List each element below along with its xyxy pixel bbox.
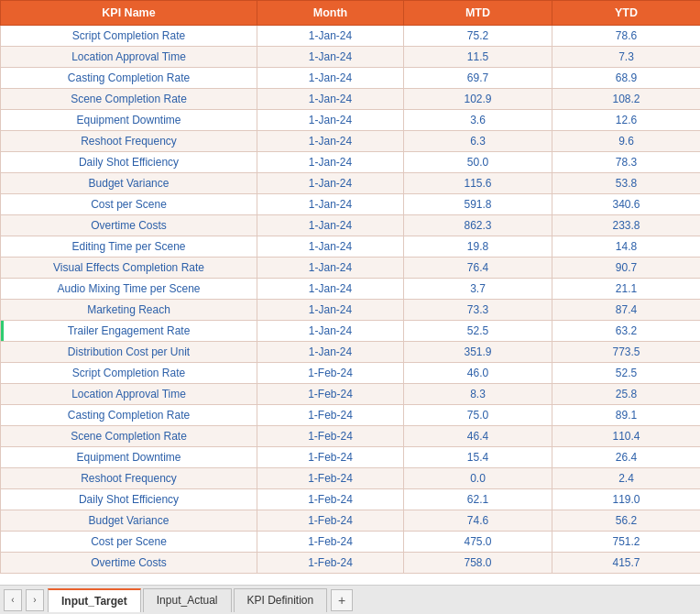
cell-kpi-name: Cost per Scene xyxy=(1,194,257,215)
cell-ytd: 415.7 xyxy=(552,553,701,574)
cell-month: 1-Jan-24 xyxy=(257,258,404,279)
tab-kpi-definition[interactable]: KPI Definition xyxy=(234,588,328,612)
cell-ytd: 89.1 xyxy=(552,405,701,426)
cell-month: 1-Feb-24 xyxy=(257,384,404,405)
tab-nav-next[interactable]: › xyxy=(26,589,44,611)
cell-ytd: 2.4 xyxy=(552,468,701,489)
cell-month: 1-Jan-24 xyxy=(257,68,404,89)
table-row[interactable]: Cost per Scene1-Feb-24475.0751.2 xyxy=(1,532,701,553)
cell-month: 1-Jan-24 xyxy=(257,279,404,300)
table-row[interactable]: Cost per Scene1-Jan-24591.8340.6 xyxy=(1,194,701,215)
cell-ytd: 52.5 xyxy=(552,363,701,384)
table-row[interactable]: Overtime Costs1-Jan-24862.3233.8 xyxy=(1,215,701,236)
cell-kpi-name: Casting Completion Rate xyxy=(1,405,257,426)
cell-ytd: 21.1 xyxy=(552,279,701,300)
table-row[interactable]: Location Approval Time1-Feb-248.325.8 xyxy=(1,384,701,405)
cell-ytd: 56.2 xyxy=(552,510,701,532)
cell-kpi-name: Reshoot Frequency xyxy=(1,468,257,489)
table-row[interactable]: Script Completion Rate1-Jan-2475.278.6 xyxy=(1,26,701,47)
table-row[interactable]: Location Approval Time1-Jan-2411.57.3 xyxy=(1,47,701,68)
cell-month: 1-Jan-24 xyxy=(257,342,404,363)
cell-ytd: 751.2 xyxy=(552,532,701,553)
table-row[interactable]: Casting Completion Rate1-Jan-2469.768.9 xyxy=(1,68,701,89)
cell-mtd: 15.4 xyxy=(404,447,552,468)
table-row[interactable]: Equipment Downtime1-Jan-243.612.6 xyxy=(1,110,701,131)
cell-mtd: 46.0 xyxy=(404,363,552,384)
table-row[interactable]: Trailer Engagement Rate1-Jan-2452.563.2 xyxy=(1,321,701,342)
table-row[interactable]: Marketing Reach1-Jan-2473.387.4 xyxy=(1,300,701,321)
cell-mtd: 862.3 xyxy=(404,215,552,236)
cell-kpi-name: Equipment Downtime xyxy=(1,110,257,131)
table-row[interactable]: Audio Mixing Time per Scene1-Jan-243.721… xyxy=(1,279,701,300)
cell-kpi-name: Budget Variance xyxy=(1,173,257,194)
cell-kpi-name: Location Approval Time xyxy=(1,47,257,68)
cell-ytd: 78.6 xyxy=(552,26,701,47)
cell-mtd: 6.3 xyxy=(404,131,552,152)
cell-month: 1-Feb-24 xyxy=(257,468,404,489)
cell-month: 1-Feb-24 xyxy=(257,510,404,532)
tab-input-actual[interactable]: Input_Actual xyxy=(143,588,232,612)
cell-kpi-name: Marketing Reach xyxy=(1,300,257,321)
cell-kpi-name: Editing Time per Scene xyxy=(1,236,257,258)
cell-ytd: 68.9 xyxy=(552,68,701,89)
cell-mtd: 76.4 xyxy=(404,258,552,279)
cell-kpi-name: Overtime Costs xyxy=(1,215,257,236)
cell-kpi-name: Trailer Engagement Rate xyxy=(1,321,257,342)
cell-month: 1-Jan-24 xyxy=(257,26,404,47)
cell-month: 1-Jan-24 xyxy=(257,194,404,215)
cell-ytd: 12.6 xyxy=(552,110,701,131)
cell-mtd: 351.9 xyxy=(404,342,552,363)
table-row[interactable]: Scene Completion Rate1-Feb-2446.4110.4 xyxy=(1,426,701,447)
table-row[interactable]: Visual Effects Completion Rate1-Jan-2476… xyxy=(1,258,701,279)
table-row[interactable]: Budget Variance1-Feb-2474.656.2 xyxy=(1,510,701,532)
cell-month: 1-Feb-24 xyxy=(257,405,404,426)
tab-bar: ‹ › Input_TargetInput_ActualKPI Definiti… xyxy=(0,585,700,614)
cell-month: 1-Feb-24 xyxy=(257,553,404,574)
table-row[interactable]: Scene Completion Rate1-Jan-24102.9108.2 xyxy=(1,89,701,110)
cell-ytd: 87.4 xyxy=(552,300,701,321)
table-wrapper: KPI Name Month MTD YTD Script Completion… xyxy=(0,0,700,585)
col-header-kpi-name[interactable]: KPI Name xyxy=(1,1,257,26)
cell-kpi-name: Script Completion Rate xyxy=(1,363,257,384)
cell-kpi-name: Location Approval Time xyxy=(1,384,257,405)
cell-month: 1-Jan-24 xyxy=(257,215,404,236)
cell-month: 1-Jan-24 xyxy=(257,300,404,321)
tab-add-button[interactable]: + xyxy=(331,589,353,611)
table-row[interactable]: Overtime Costs1-Feb-24758.0415.7 xyxy=(1,553,701,574)
cell-ytd: 7.3 xyxy=(552,47,701,68)
cell-mtd: 75.0 xyxy=(404,405,552,426)
table-row[interactable]: Budget Variance1-Jan-24115.653.8 xyxy=(1,173,701,194)
tab-input-target[interactable]: Input_Target xyxy=(48,588,141,612)
table-row[interactable]: Script Completion Rate1-Feb-2446.052.5 xyxy=(1,363,701,384)
cell-mtd: 102.9 xyxy=(404,89,552,110)
cell-ytd: 78.3 xyxy=(552,152,701,173)
cell-kpi-name: Scene Completion Rate xyxy=(1,426,257,447)
cell-month: 1-Feb-24 xyxy=(257,447,404,468)
cell-ytd: 340.6 xyxy=(552,194,701,215)
cell-month: 1-Feb-24 xyxy=(257,489,404,510)
tab-nav-prev[interactable]: ‹ xyxy=(4,589,22,611)
cell-ytd: 110.4 xyxy=(552,426,701,447)
table-row[interactable]: Daily Shot Efficiency1-Jan-2450.078.3 xyxy=(1,152,701,173)
table-row[interactable]: Editing Time per Scene1-Jan-2419.814.8 xyxy=(1,236,701,258)
cell-mtd: 115.6 xyxy=(404,173,552,194)
cell-mtd: 50.0 xyxy=(404,152,552,173)
cell-month: 1-Jan-24 xyxy=(257,173,404,194)
cell-month: 1-Jan-24 xyxy=(257,236,404,258)
table-row[interactable]: Equipment Downtime1-Feb-2415.426.4 xyxy=(1,447,701,468)
cell-ytd: 63.2 xyxy=(552,321,701,342)
table-row[interactable]: Daily Shot Efficiency1-Feb-2462.1119.0 xyxy=(1,489,701,510)
table-row[interactable]: Casting Completion Rate1-Feb-2475.089.1 xyxy=(1,405,701,426)
cell-mtd: 758.0 xyxy=(404,553,552,574)
cell-ytd: 25.8 xyxy=(552,384,701,405)
cell-ytd: 119.0 xyxy=(552,489,701,510)
table-row[interactable]: Reshoot Frequency1-Feb-240.02.4 xyxy=(1,468,701,489)
col-header-mtd[interactable]: MTD xyxy=(404,1,552,26)
table-row[interactable]: Distribution Cost per Unit1-Jan-24351.97… xyxy=(1,342,701,363)
table-row[interactable]: Reshoot Frequency1-Jan-246.39.6 xyxy=(1,131,701,152)
header-row: KPI Name Month MTD YTD xyxy=(1,1,701,26)
col-header-ytd[interactable]: YTD xyxy=(552,1,701,26)
cell-month: 1-Jan-24 xyxy=(257,131,404,152)
col-header-month[interactable]: Month xyxy=(257,1,404,26)
cell-mtd: 3.7 xyxy=(404,279,552,300)
